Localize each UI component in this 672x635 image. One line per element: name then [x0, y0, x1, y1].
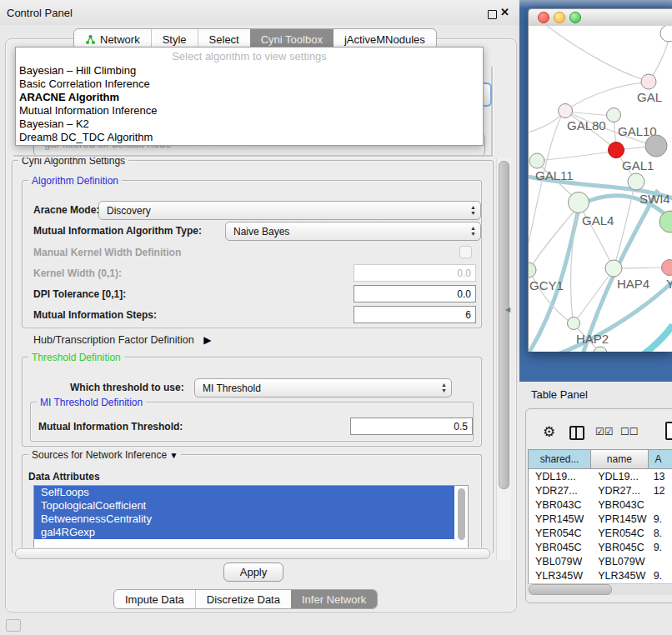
table-row[interactable]: YPR145WYPR145W9.	[529, 512, 672, 526]
hidden-group-border	[491, 67, 493, 155]
data-attribute-item[interactable]: gal4RGexp	[34, 526, 454, 539]
minimize-traffic-light-icon[interactable]	[554, 12, 565, 23]
control-panel-titlebar	[0, 0, 519, 25]
threshold-definition-title: Threshold Definition	[28, 352, 124, 363]
network-node[interactable]	[609, 142, 624, 158]
table-cell: 13	[649, 469, 672, 483]
tab-label: Impute Data	[125, 593, 184, 606]
table-row[interactable]: YBL079WYBL079W	[529, 554, 672, 568]
hidden-group-border-bottom	[13, 155, 493, 157]
data-attribute-item[interactable]: SelfLoops	[34, 486, 454, 499]
network-edge[interactable]	[538, 151, 616, 161]
data-attribute-item[interactable]: TopologicalCoefficient	[34, 499, 454, 512]
table-row[interactable]: YBR045CYBR045C9.	[529, 540, 672, 554]
table-hscroll-thumb[interactable]	[529, 584, 612, 595]
algorithm-option[interactable]: Bayesian – Hill Climbing	[16, 64, 483, 78]
algorithm-option[interactable]: ARACNE Algorithm	[16, 91, 483, 104]
algorithm-option[interactable]: Mutual Information Inference	[16, 104, 483, 118]
zoom-traffic-light-icon[interactable]	[569, 12, 581, 23]
select-all-checkboxes-icon[interactable]: ☑☑	[595, 426, 614, 438]
network-node[interactable]	[659, 211, 672, 232]
network-node-label: HAP4	[617, 277, 649, 291]
network-node[interactable]	[605, 260, 622, 277]
column-header[interactable]: shared...	[529, 450, 591, 469]
network-node[interactable]	[645, 135, 667, 157]
algorithm-dropdown-popup: Select algorithm to view settings Bayesi…	[15, 47, 484, 146]
network-edge[interactable]	[565, 82, 649, 111]
table-cell: YLR345W	[529, 568, 591, 582]
which-threshold-combo[interactable]: MI Threshold ▲▼	[194, 378, 452, 398]
tab-discretize-data[interactable]: Discretize Data	[195, 590, 291, 608]
network-node[interactable]	[628, 173, 644, 190]
data-attribute-item[interactable]: BetweennessCentrality	[34, 512, 454, 526]
network-node[interactable]	[662, 260, 672, 276]
network-node[interactable]	[569, 192, 589, 213]
network-node[interactable]	[568, 318, 580, 330]
manual-kernel-checkbox[interactable]	[459, 246, 472, 258]
node-table[interactable]: shared...nameA YDL19...YDL19...13YDR27..…	[528, 449, 672, 584]
network-node-label: GAL4	[582, 213, 614, 228]
settings-hscroll-thumb[interactable]	[15, 548, 490, 559]
mi-steps-label: Mutual Information Steps:	[33, 309, 157, 321]
attr-list-scrollbar[interactable]	[458, 488, 465, 540]
table-settings-gear-icon[interactable]: ⚙	[543, 423, 555, 441]
apply-button[interactable]: Apply	[223, 562, 283, 582]
network-node[interactable]	[660, 26, 672, 42]
network-icon	[85, 34, 96, 45]
network-node[interactable]	[559, 104, 573, 118]
table-row[interactable]: YER054CYER054C8.	[529, 526, 672, 540]
network-node-label: GCY1	[529, 278, 564, 292]
network-edge[interactable]	[529, 114, 563, 254]
table-columns-icon[interactable]	[569, 426, 584, 440]
mi-type-combo[interactable]: Naive Bayes ▲▼	[225, 222, 481, 241]
aracne-mode-combo[interactable]: Discovery ▲▼	[98, 201, 481, 220]
column-header[interactable]: A	[649, 450, 672, 469]
network-node[interactable]	[607, 108, 621, 122]
attr-items: SelfLoopsTopologicalCoefficientBetweenne…	[34, 486, 468, 539]
panel-grip-button[interactable]	[6, 619, 21, 632]
table-cell: YBR043C	[591, 498, 648, 512]
deselect-checkboxes-icon[interactable]: ☐☐	[620, 426, 639, 438]
splitter-collapse-icon[interactable]: ◀	[505, 306, 510, 313]
network-edge[interactable]	[631, 325, 672, 352]
table-row[interactable]: YLR345WYLR345W9.	[529, 568, 672, 582]
algorithm-option[interactable]: Basic Correlation Inference	[16, 78, 483, 91]
tab-label: Cyni Toolbox	[261, 33, 323, 46]
network-edge[interactable]	[574, 269, 614, 322]
close-icon[interactable]: ✕	[500, 6, 509, 18]
network-node[interactable]	[529, 153, 544, 168]
close-traffic-light-icon[interactable]	[538, 12, 549, 23]
table-cell: YDR27...	[529, 483, 591, 498]
table-row[interactable]: YBR043CYBR043C	[529, 498, 672, 512]
mi-steps-field[interactable]: 6	[354, 306, 476, 323]
network-node-label: GAL11	[535, 168, 574, 182]
float-window-icon[interactable]	[488, 10, 497, 19]
expand-arrow-icon[interactable]: ▼	[169, 451, 178, 460]
network-node[interactable]	[641, 74, 656, 89]
network-canvas[interactable]: GALGAL80GAL10GAL1GAL11SWI4GAL4GCY1HAP4YH…	[528, 26, 672, 352]
data-attributes-list[interactable]: SelfLoopsTopologicalCoefficientBetweenne…	[33, 485, 469, 548]
tab-impute-data[interactable]: Impute Data	[114, 590, 195, 608]
tab-infer-network[interactable]: Infer Network	[291, 590, 377, 608]
algorithm-option[interactable]: Dream8 DC_TDC Algorithm	[16, 131, 483, 144]
collapse-arrow-icon[interactable]: ▶	[203, 334, 211, 346]
hub-section-label[interactable]: Hub/Transcription Factor Definition ▶	[33, 334, 211, 346]
sources-title[interactable]: Sources for Network Inference ▼	[28, 449, 181, 461]
tab-label: Style	[163, 33, 187, 46]
table-cell: YDR27...	[591, 483, 648, 498]
column-header[interactable]: name	[591, 450, 648, 469]
network-edge[interactable]	[547, 26, 647, 81]
hub-section-text: Hub/Transcription Factor Definition	[33, 334, 194, 346]
network-node-label: SWI4	[639, 192, 670, 206]
network-node[interactable]	[529, 262, 536, 278]
mi-threshold-field[interactable]: 0.5	[350, 418, 473, 435]
kernel-width-field[interactable]: 0.0	[354, 264, 476, 282]
settings-vscroll-thumb[interactable]	[499, 161, 509, 489]
mi-threshold-group-title: MI Threshold Definition	[37, 397, 146, 408]
dpi-tolerance-field[interactable]: 0.0	[354, 285, 476, 302]
table-row[interactable]: YDL19...YDL19...13	[529, 469, 672, 483]
algorithm-option[interactable]: Bayesian – K2	[16, 118, 483, 131]
table-row[interactable]: YDR27...YDR27...12	[529, 483, 672, 498]
network-graph: GALGAL80GAL10GAL1GAL11SWI4GAL4GCY1HAP4YH…	[529, 26, 672, 352]
export-table-icon[interactable]	[665, 422, 672, 440]
